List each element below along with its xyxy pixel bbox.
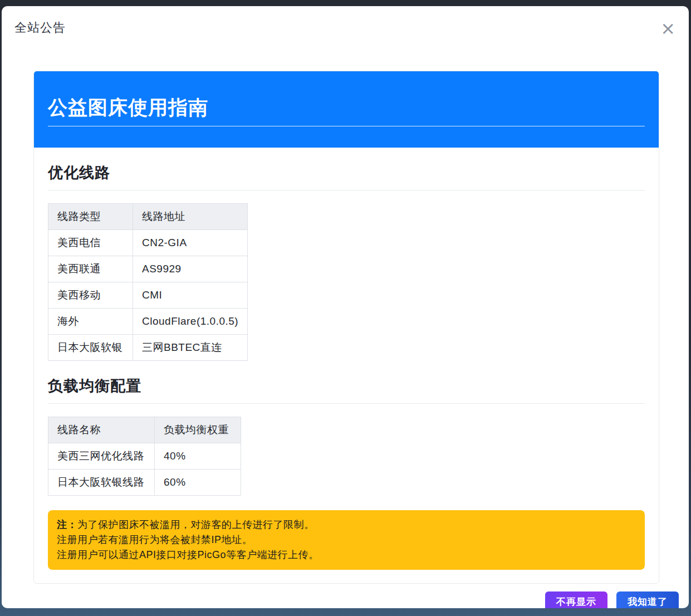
modal-header: 全站公告 × (2, 6, 689, 35)
table-header-cell: 线路类型 (48, 204, 133, 230)
table-header-cell: 负载均衡权重 (155, 417, 241, 443)
banner-title: 公益图床使用指南 (48, 96, 645, 119)
table-row: 美西电信CN2-GIA (48, 230, 248, 256)
table-row: 美西移动CMI (48, 282, 248, 309)
table-cell: AS9929 (133, 256, 248, 282)
modal-body: 公益图床使用指南 优化线路 线路类型线路地址美西电信CN2-GIA美西联通AS9… (2, 35, 689, 584)
table-header-row: 线路名称负载均衡权重 (48, 417, 241, 443)
table-row: 日本大阪软银三网BBTEC直连 (48, 335, 248, 361)
table-header-cell: 线路名称 (48, 417, 155, 443)
modal-title: 全站公告 (14, 21, 66, 35)
announcement-card: 公益图床使用指南 优化线路 线路类型线路地址美西电信CN2-GIA美西联通AS9… (33, 71, 659, 584)
table-cell: 日本大阪软银线路 (48, 470, 155, 496)
table-cell: 60% (155, 470, 241, 496)
banner-underline (48, 126, 645, 126)
section-heading-load-balance: 负载均衡配置 (48, 377, 645, 404)
table-row: 海外CloudFlare(1.0.0.5) (48, 309, 248, 335)
note-line: 注：为了保护图床不被滥用，对游客的上传进行了限制。 (57, 517, 636, 532)
table-header-cell: 线路地址 (133, 204, 248, 230)
note-line: 注册用户若有滥用行为将会被封禁IP地址。 (57, 532, 636, 547)
banner: 公益图床使用指南 (34, 71, 659, 148)
modal-footer: 不再显示 我知道了 (2, 584, 689, 608)
load-balance-table: 线路名称负载均衡权重美西三网优化线路40%日本大阪软银线路60% (48, 417, 241, 496)
announcement-modal: 全站公告 × 公益图床使用指南 优化线路 线路类型线路地址美西电信CN2-GIA… (2, 6, 689, 608)
note-box: 注：为了保护图床不被滥用，对游客的上传进行了限制。注册用户若有滥用行为将会被封禁… (48, 510, 645, 570)
table-row: 美西三网优化线路40% (48, 443, 241, 470)
table-cell: 美西三网优化线路 (48, 443, 155, 470)
table-row: 日本大阪软银线路60% (48, 470, 241, 496)
table-cell: 三网BBTEC直连 (133, 335, 248, 361)
table-cell: 美西电信 (48, 230, 133, 256)
table-cell: 美西联通 (48, 256, 133, 282)
table-cell: CloudFlare(1.0.0.5) (133, 309, 248, 335)
confirm-button[interactable]: 我知道了 (616, 591, 679, 608)
table-cell: CN2-GIA (133, 230, 248, 256)
optimized-lines-table: 线路类型线路地址美西电信CN2-GIA美西联通AS9929美西移动CMI海外Cl… (48, 203, 248, 361)
table-cell: CMI (133, 282, 248, 309)
section-heading-lines: 优化线路 (48, 163, 645, 190)
table-row: 美西联通AS9929 (48, 256, 248, 282)
table-cell: 40% (155, 443, 241, 470)
card-body: 优化线路 线路类型线路地址美西电信CN2-GIA美西联通AS9929美西移动CM… (34, 163, 659, 583)
close-icon[interactable]: × (660, 22, 675, 35)
table-cell: 日本大阪软银 (48, 335, 133, 361)
dismiss-button[interactable]: 不再显示 (545, 591, 607, 608)
table-header-row: 线路类型线路地址 (48, 204, 248, 230)
table-cell: 美西移动 (48, 282, 133, 309)
note-line: 注册用户可以通过API接口对接PicGo等客户端进行上传。 (57, 547, 636, 563)
table-cell: 海外 (48, 309, 133, 335)
